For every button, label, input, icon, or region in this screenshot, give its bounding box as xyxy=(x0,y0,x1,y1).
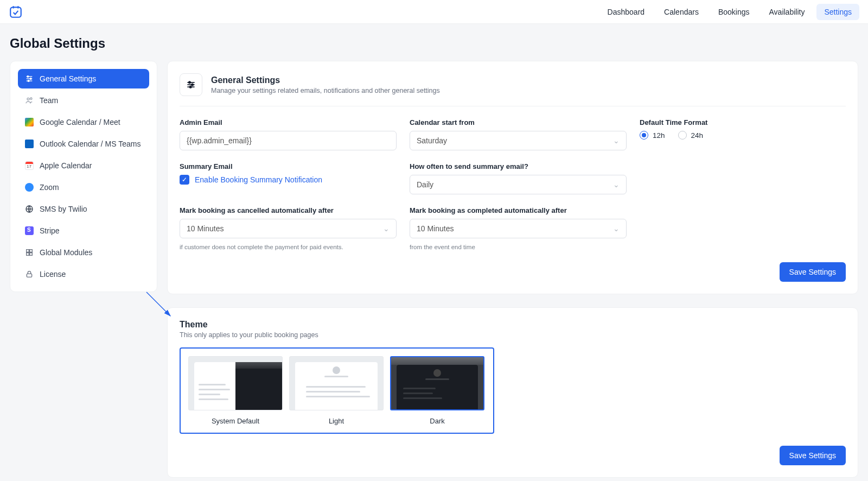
select-value: Saturday xyxy=(417,136,447,145)
nav-settings[interactable]: Settings xyxy=(816,4,859,20)
theme-title: Theme xyxy=(180,320,846,330)
sidebar-item-label: SMS by Twilio xyxy=(40,205,87,213)
sidebar-item-zoom[interactable]: Zoom xyxy=(18,178,149,197)
admin-email-label: Admin Email xyxy=(180,118,397,126)
sidebar-item-google-calendar[interactable]: Google Calendar / Meet xyxy=(18,112,149,132)
sidebar-item-label: Team xyxy=(40,96,58,105)
sidebar-item-label: Apple Calendar xyxy=(40,161,92,170)
nav-availability[interactable]: Availability xyxy=(762,4,813,20)
app-logo-icon xyxy=(9,5,23,19)
select-value: 10 Minutes xyxy=(187,224,224,233)
svg-point-5 xyxy=(30,78,31,80)
sidebar-item-label: Global Modules xyxy=(40,248,92,257)
svg-point-8 xyxy=(30,98,32,99)
select-value: 10 Minutes xyxy=(417,224,454,233)
svg-rect-12 xyxy=(27,253,29,256)
nav-calendars[interactable]: Calendars xyxy=(656,4,706,20)
sidebar-item-stripe[interactable]: Stripe xyxy=(18,221,149,240)
google-calendar-icon xyxy=(24,117,34,127)
radio-dot-icon xyxy=(640,131,648,140)
svg-rect-11 xyxy=(30,250,33,252)
cancel-help-text: if customer does not complete the paymen… xyxy=(180,244,397,250)
apple-calendar-icon xyxy=(24,161,34,170)
general-settings-panel: General Settings Manage your settings re… xyxy=(167,61,858,294)
settings-sliders-icon xyxy=(180,73,202,96)
stripe-icon xyxy=(24,226,34,236)
sidebar-item-label: Zoom xyxy=(40,183,59,192)
svg-point-20 xyxy=(190,86,192,88)
complete-after-select[interactable]: 10 Minutes ⌄ xyxy=(410,219,627,238)
theme-panel: Theme This only applies to your public b… xyxy=(167,307,858,478)
nav-dashboard[interactable]: Dashboard xyxy=(600,4,653,20)
svg-point-6 xyxy=(28,80,29,82)
select-value: Daily xyxy=(417,180,433,189)
theme-label: System Default xyxy=(188,417,283,425)
sidebar-item-sms-twilio[interactable]: SMS by Twilio xyxy=(18,199,149,219)
svg-point-19 xyxy=(192,84,193,85)
cancel-after-label: Mark booking as cancelled automatically … xyxy=(180,206,397,214)
save-settings-button[interactable]: Save Settings xyxy=(780,446,846,465)
svg-point-7 xyxy=(27,98,29,100)
radio-dot-icon xyxy=(678,131,687,140)
svg-rect-14 xyxy=(27,274,31,277)
theme-option-light[interactable]: Light xyxy=(289,356,384,425)
topbar: Dashboard Calendars Bookings Availabilit… xyxy=(0,0,868,24)
sidebar-item-global-modules[interactable]: Global Modules xyxy=(18,243,149,262)
sidebar-item-label: License xyxy=(40,270,66,279)
chevron-down-icon: ⌄ xyxy=(613,224,620,233)
radio-12h[interactable]: 12h xyxy=(640,131,665,140)
calendar-start-label: Calendar start from xyxy=(410,118,627,126)
chevron-down-icon: ⌄ xyxy=(383,224,390,233)
cancel-after-select[interactable]: 10 Minutes ⌄ xyxy=(180,219,397,238)
complete-after-label: Mark booking as completed automatically … xyxy=(410,206,627,214)
save-settings-button[interactable]: Save Settings xyxy=(780,262,846,282)
modules-icon xyxy=(24,248,34,257)
annotation-arrow-icon xyxy=(143,289,181,327)
svg-point-18 xyxy=(189,81,190,83)
theme-thumbnail xyxy=(390,356,484,410)
panel-title: General Settings xyxy=(211,75,440,85)
theme-options-box: System Default Light Dark xyxy=(180,347,494,434)
calendar-start-select[interactable]: Saturday ⌄ xyxy=(410,131,627,150)
globe-icon xyxy=(24,204,34,214)
sidebar-item-label: Stripe xyxy=(40,226,60,235)
sidebar-item-license[interactable]: License xyxy=(18,264,149,284)
checkbox-checked-icon: ✓ xyxy=(180,175,189,185)
sidebar-item-apple-calendar[interactable]: Apple Calendar xyxy=(18,156,149,175)
theme-thumbnail xyxy=(289,356,384,410)
summary-checkbox[interactable]: ✓ Enable Booking Summary Notification xyxy=(180,175,397,185)
summary-email-label: Summary Email xyxy=(180,162,397,170)
radio-label: 12h xyxy=(653,131,665,140)
sidebar-item-label: Google Calendar / Meet xyxy=(40,118,120,126)
sidebar-item-label: Outlook Calendar / MS Teams xyxy=(40,140,141,148)
how-often-label: How often to send summary email? xyxy=(410,162,627,170)
radio-24h[interactable]: 24h xyxy=(678,131,704,140)
settings-sidebar: General Settings Team Google Calendar / … xyxy=(10,61,157,292)
theme-thumbnail xyxy=(188,356,283,410)
chevron-down-icon: ⌄ xyxy=(613,180,620,189)
theme-subtitle: This only applies to your public booking… xyxy=(180,331,846,339)
checkbox-label: Enable Booking Summary Notification xyxy=(195,175,322,184)
time-format-label: Default Time Format xyxy=(640,118,846,126)
svg-rect-13 xyxy=(30,253,33,256)
how-often-select[interactable]: Daily ⌄ xyxy=(410,175,627,194)
theme-option-system-default[interactable]: System Default xyxy=(188,356,283,425)
theme-label: Light xyxy=(289,417,384,425)
zoom-icon xyxy=(24,182,34,192)
admin-email-input[interactable] xyxy=(180,131,397,150)
nav-bookings[interactable]: Bookings xyxy=(711,4,757,20)
lock-icon xyxy=(24,269,34,279)
theme-option-dark[interactable]: Dark xyxy=(390,356,484,425)
sidebar-item-outlook[interactable]: Outlook Calendar / MS Teams xyxy=(18,134,149,154)
radio-label: 24h xyxy=(691,131,704,140)
sidebar-item-team[interactable]: Team xyxy=(18,91,149,110)
complete-help-text: from the event end time xyxy=(410,244,627,250)
top-nav: Dashboard Calendars Bookings Availabilit… xyxy=(600,4,859,20)
svg-point-4 xyxy=(27,76,29,78)
panel-subtitle: Manage your settings related emails, not… xyxy=(211,87,440,94)
svg-rect-10 xyxy=(27,250,29,252)
svg-rect-0 xyxy=(10,7,21,17)
sliders-icon xyxy=(24,74,34,84)
sidebar-item-label: General Settings xyxy=(40,74,96,83)
sidebar-item-general[interactable]: General Settings xyxy=(18,69,149,88)
